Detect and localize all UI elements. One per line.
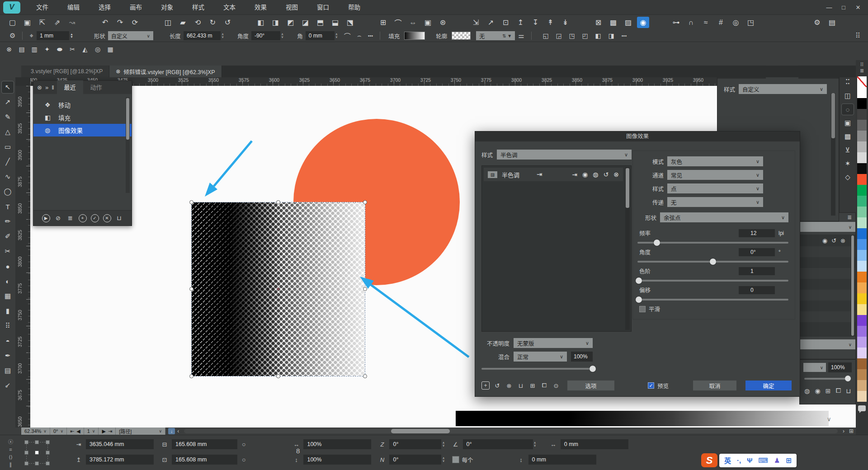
parameter-slider[interactable] <box>637 280 788 282</box>
length-input[interactable]: 662.433 m <box>184 31 221 40</box>
close-tab-icon[interactable]: ⊗ <box>116 68 120 75</box>
app-logo[interactable]: V <box>3 1 20 14</box>
scrollbar-thumb[interactable] <box>391 429 450 433</box>
effects-wand-icon[interactable]: ✶ <box>842 158 854 169</box>
appearance-bottom-select[interactable]: ∨ <box>800 339 855 349</box>
x-position-field[interactable]: 3635.046 mm <box>86 439 154 449</box>
snap-center-icon[interactable]: ◎ <box>730 17 742 28</box>
scissors-tool-icon[interactable]: ✂ <box>67 44 78 55</box>
boolean-trim-icon[interactable]: ⬓ <box>329 17 341 28</box>
image-presets-icon[interactable]: ▣ <box>842 118 854 128</box>
rotate-cw-icon[interactable]: ↻ <box>207 17 219 28</box>
color-swatch[interactable] <box>857 272 867 282</box>
frame-icon[interactable]: ⊞ <box>377 17 389 28</box>
blend-opacity-field[interactable]: 100% <box>571 352 593 362</box>
selection-handle[interactable] <box>189 374 193 378</box>
adjust-tool-icon[interactable]: ✦ <box>42 44 52 55</box>
selection-handle[interactable] <box>363 287 367 291</box>
parameter-slider[interactable] <box>637 261 788 263</box>
maximize-button[interactable]: □ <box>836 1 851 13</box>
align-top-icon[interactable]: ◰ <box>579 30 591 42</box>
boolean-exclude-icon[interactable]: ◪ <box>299 17 311 28</box>
color-swatch[interactable] <box>857 196 867 207</box>
menu-item[interactable]: 对象 <box>151 0 183 15</box>
canvas-rotation-select[interactable]: 0°∨ <box>50 428 67 435</box>
ellipse-tool-icon[interactable]: ⬬ <box>54 44 65 55</box>
parameter-select[interactable]: 灰色∨ <box>667 156 763 166</box>
blend-icon[interactable]: ⊛ <box>437 17 449 28</box>
delete-action-icon[interactable]: ⊔ <box>115 214 123 222</box>
dash-presets-icon[interactable]: ◌ <box>842 104 854 115</box>
halftone-object[interactable] <box>191 202 365 376</box>
redo-icon[interactable]: ↷ <box>114 17 126 28</box>
slider-value-field[interactable]: 0 <box>739 286 775 294</box>
menu-item[interactable]: 文件 <box>27 0 58 15</box>
panel-tab[interactable]: 最近 <box>57 80 83 94</box>
menu-item[interactable]: 窗口 <box>307 0 339 15</box>
color-swatch[interactable] <box>857 174 867 185</box>
separator[interactable] <box>144 17 159 28</box>
add-effect-icon[interactable]: + <box>481 381 490 390</box>
accept-action-icon[interactable]: ✓ <box>91 214 99 222</box>
nudge-stepper[interactable]: ▲▼ <box>70 33 73 38</box>
stroke-width-select[interactable]: 无⇅ ▼ <box>476 31 515 40</box>
appearance-select[interactable]: ∨ <box>800 222 855 232</box>
menu-item[interactable]: 编辑 <box>58 0 89 15</box>
parameter-select[interactable]: 无∨ <box>667 197 763 207</box>
parameter-select[interactable]: 常见∨ <box>667 170 763 180</box>
share-icon[interactable]: ↝ <box>66 17 78 28</box>
clear-icon[interactable]: ⊗ <box>505 381 513 390</box>
corner-stepper[interactable]: ∧∨ <box>335 33 338 38</box>
boolean-divide-icon[interactable]: ⬒ <box>314 17 326 28</box>
color-swatch[interactable] <box>857 369 867 380</box>
page-nav-prev[interactable]: ◀ <box>76 428 80 434</box>
download-icon[interactable]: ↓ <box>168 428 175 434</box>
comment-bubble-icon[interactable] <box>858 405 866 411</box>
stroke-options-icon[interactable]: ⚌ <box>518 32 524 40</box>
color-swatch[interactable] <box>857 131 867 141</box>
slider-value-field[interactable]: 1 <box>739 267 775 275</box>
grid-tool-icon[interactable]: ▦ <box>105 44 116 55</box>
effect-halftone-icon[interactable]: ◍ <box>593 171 598 178</box>
selection-handle[interactable] <box>363 374 367 378</box>
appearance-visible-icon[interactable]: ◉ <box>822 237 827 244</box>
rotate-frame-icon[interactable]: ⟲ <box>192 17 204 28</box>
dock-scrollbar[interactable] <box>831 93 835 216</box>
tool-node[interactable]: ✎ <box>2 111 14 123</box>
preview-checkbox[interactable]: ✓ <box>648 382 654 389</box>
fill-swatch[interactable] <box>404 32 425 40</box>
magnet-icon[interactable]: ∩ <box>685 17 697 28</box>
layer-opacity-field[interactable]: 100% <box>828 362 852 372</box>
selection-handle[interactable] <box>276 200 280 204</box>
lower-icon[interactable]: ↡ <box>559 17 571 28</box>
shear-icon[interactable]: ▰ <box>177 17 189 28</box>
action-list-item[interactable]: ◧ 填充 <box>33 111 132 124</box>
boolean-union-icon[interactable]: ◧ <box>255 17 267 28</box>
hatch-fill-icon[interactable]: ▨ <box>622 17 634 28</box>
color-swatch[interactable] <box>857 141 867 152</box>
color-swatch[interactable] <box>857 282 867 293</box>
outline-icon[interactable]: ▣ <box>422 17 434 28</box>
triangle-tool-icon[interactable]: ◭ <box>80 44 90 55</box>
blend-select[interactable]: 正常∨ <box>514 352 567 362</box>
scale-y-field[interactable]: 100% <box>303 455 371 465</box>
swatch-grid-icon[interactable]: ⠿ <box>860 62 863 67</box>
tool-lasso[interactable]: △ <box>2 126 14 138</box>
color-swatch[interactable] <box>857 391 867 402</box>
tool-select[interactable]: ↖ <box>2 81 14 93</box>
parameter-select[interactable]: 点∨ <box>667 183 763 193</box>
action-list-item[interactable]: ❖ 移动 <box>33 99 132 111</box>
tool-bezier[interactable]: ∿ <box>2 171 14 183</box>
scroll-right-icon[interactable]: › <box>843 428 844 434</box>
disable-action-icon[interactable]: ⊘ <box>54 214 62 222</box>
align-left-icon[interactable]: ◱ <box>540 30 552 42</box>
appearance-row[interactable] <box>800 322 855 333</box>
panel-tab[interactable]: 动作 <box>83 80 109 94</box>
layer-add-icon[interactable]: ⊞ <box>826 387 831 395</box>
more-align-icon[interactable]: ••• <box>622 33 627 38</box>
ime-mode-icon[interactable]: 英 <box>724 456 731 465</box>
effect-row[interactable]: ▨ 半色调 ⇥ ⇥◉◍↺⊗ <box>484 168 623 181</box>
more-options-icon[interactable]: ••• <box>368 33 373 38</box>
duplicate-plus-icon[interactable]: ⊞ <box>528 381 537 390</box>
appearance-reset-icon[interactable]: ↺ <box>831 237 836 244</box>
